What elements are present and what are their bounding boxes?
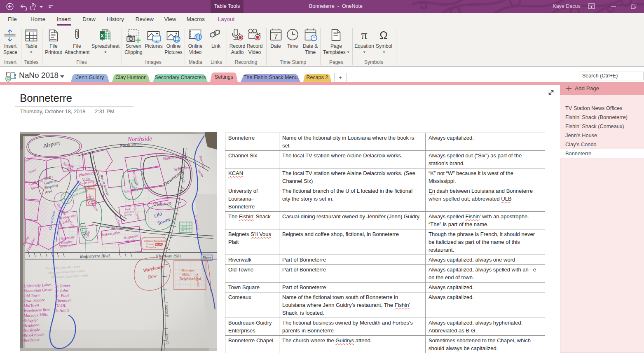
svg-text:Hwy 30: Hwy 30 [165,334,169,344]
svg-text:Ebenezer: Ebenezer [55,298,72,303]
svg-text:Kelsey: Kelsey [155,243,162,245]
svg-text:Museum: Museum [88,187,96,189]
svg-text:(Highway 198): (Highway 198) [156,254,181,259]
svg-text:OLOL: OLOL [55,303,67,308]
svg-text:Mills: Mills [182,272,190,276]
svg-text:•Bordeaux: •Bordeaux [22,337,40,343]
svg-text:Bonneterre Blvd.: Bonneterre Blvd. [80,253,111,259]
svg-text:•Old Town: •Old Town [22,293,40,298]
svg-text:•Acadiana: •Acadiana [22,323,40,328]
svg-text:Ω: Ω [379,29,387,41]
svg-text:St Ann's: St Ann's [55,308,69,313]
svg-text:Moreaux: Moreaux [181,268,194,272]
svg-text:Maison Bonneterre: Maison Bonneterre [144,239,166,243]
svg-text:π: π [361,28,367,42]
svg-text:•Schuyler: •Schuyler [22,318,38,323]
svg-text:St James: St James [55,283,71,288]
svg-text:Complex: Complex [146,245,157,249]
svg-text:X: X [101,33,104,39]
svg-text:Neighborhood: Neighborhood [179,276,201,281]
svg-text:St. Paul: St. Paul [55,293,69,298]
svg-text:7: 7 [274,33,278,40]
svg-text:•Northside: •Northside [22,327,40,333]
svg-text:River: River [202,255,211,260]
svg-text:St John: St John [55,288,68,293]
svg-text:•MidTown: •MidTown [22,303,39,308]
